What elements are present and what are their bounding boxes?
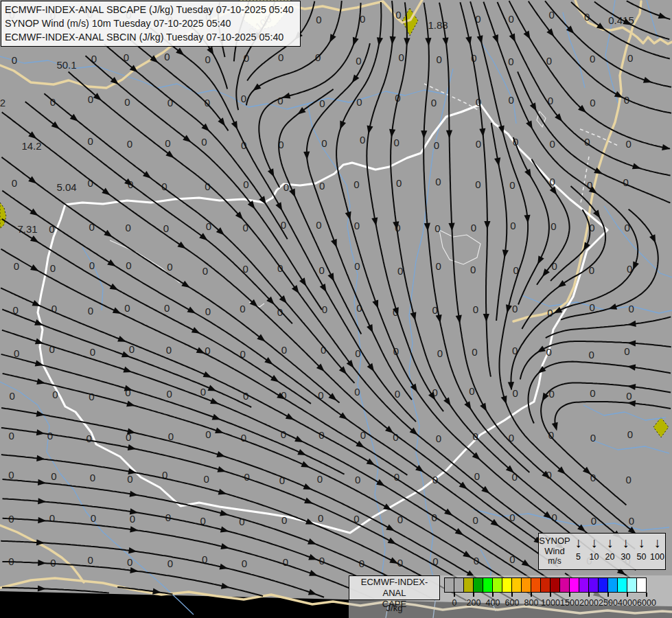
cape-color-cell	[607, 577, 618, 593]
value-label: 0	[52, 389, 58, 400]
value-label: 0	[10, 390, 15, 402]
wind-arrow-icon: ↓	[618, 534, 634, 551]
cape-legend-product: ECMWF-INDEX-ANAL	[349, 577, 439, 599]
wind-speed-value: 50	[634, 552, 649, 562]
value-label: 0	[127, 556, 132, 568]
cape-tick-mark	[511, 593, 513, 597]
value-label: 0	[240, 303, 245, 314]
value-label: 0	[319, 264, 325, 276]
value-label: 0	[167, 558, 173, 569]
synop-scale-item: ↓ 20	[602, 534, 618, 569]
value-label: 0	[244, 471, 249, 483]
wind-speed-value: 5	[570, 552, 586, 562]
value-label: 0	[437, 347, 443, 359]
title-line-synop-wind: SYNOP Wind (m/s) 10m Tuesday 07-10-2025 …	[5, 16, 297, 30]
value-label: 0	[437, 54, 442, 65]
map-canvas: 0000000000000000000000000000000000000000…	[0, 0, 672, 618]
value-label: 0	[205, 306, 211, 317]
value-label: 0	[283, 556, 288, 568]
value-label: 0	[203, 473, 209, 485]
value-label: 0	[90, 472, 95, 483]
value-label: 0	[395, 388, 400, 400]
value-label: 0	[354, 179, 359, 190]
value-label: 0	[316, 14, 321, 25]
cape-color-cell	[636, 577, 647, 593]
value-label: 0	[50, 262, 56, 274]
value-label: 0	[127, 473, 132, 485]
value-label: 50.1	[56, 59, 76, 71]
value-label: 2	[0, 97, 5, 108]
cape-color-cell	[540, 577, 551, 593]
cape-color-cell	[598, 577, 608, 593]
value-label: 0	[549, 138, 555, 150]
cape-tick-label: 1000	[541, 598, 560, 608]
value-label: 0	[393, 137, 399, 148]
value-label: 0	[590, 53, 595, 65]
value-label: 0	[355, 474, 360, 485]
value-label: 0	[629, 515, 634, 527]
cape-color-cell	[473, 577, 483, 593]
cape-color-cell	[617, 577, 627, 593]
cape-color-cell	[492, 577, 502, 593]
value-label: 0	[278, 52, 283, 63]
value-label: 0	[239, 516, 244, 527]
value-label: 0	[627, 428, 633, 440]
synop-legend-scale: ↓ 5 ↓ 10 ↓ 20 ↓ 30 ↓ 50 ↓ 100	[570, 534, 665, 569]
value-label: 0	[472, 514, 478, 526]
value-label: 0	[89, 260, 95, 271]
value-label: 0	[319, 180, 325, 192]
cape-color-cell	[569, 577, 579, 593]
cape-colorbar	[445, 577, 647, 593]
cape-color-cell	[627, 577, 637, 593]
value-label: 0	[436, 260, 441, 272]
cape-colorbar-legend: ECMWF-INDEX-ANAL CAPE J/kg 0200400600800…	[349, 575, 672, 618]
wind-speed-value: 100	[649, 552, 665, 562]
value-label: 0	[89, 391, 94, 402]
value-label: 0	[168, 431, 174, 442]
value-label: 14.2	[21, 140, 41, 152]
synop-scale-item: ↓ 30	[618, 534, 634, 569]
value-label: 0	[625, 474, 631, 485]
cape-tick-mark	[646, 593, 647, 597]
value-label: 0	[88, 93, 93, 105]
value-label: 0	[283, 181, 289, 193]
value-label: 0	[90, 346, 95, 358]
value-label: 0	[126, 260, 131, 271]
value-label: 0	[125, 222, 130, 233]
value-label: 0	[281, 514, 287, 526]
value-label: 0	[356, 96, 362, 108]
value-label: 0	[322, 304, 327, 315]
value-label: 0	[242, 558, 247, 569]
value-label: 0	[47, 430, 53, 442]
synop-legend-caption: SYNOP Wind m/s	[539, 534, 570, 569]
value-label: 0	[473, 304, 478, 315]
value-label: 0	[201, 136, 207, 148]
value-label: 0	[508, 56, 513, 67]
value-label: 0	[318, 512, 323, 524]
cape-tick-label: 800	[524, 598, 539, 608]
cape-tick-label: 6000	[637, 598, 656, 608]
value-label: 0	[360, 134, 365, 146]
cape-tick-label: 200	[467, 598, 481, 608]
value-label: 0	[590, 97, 595, 108]
cape-color-cell	[463, 577, 474, 593]
value-label: 0	[241, 93, 246, 104]
wind-arrow-icon: ↓	[570, 534, 586, 551]
value-label: 0	[124, 96, 130, 108]
title-line-sbcin: ECMWF-INDEX-ANAL SBCIN (J/kg) Tuesday 07…	[5, 30, 297, 44]
value-label: 0	[200, 386, 206, 398]
value-label: 0	[588, 349, 594, 360]
weather-map-screen: 0000000000000000000000000000000000000000…	[0, 0, 672, 618]
cape-tick-mark	[473, 593, 474, 597]
value-label: 0	[356, 55, 361, 67]
cape-tick-mark	[569, 593, 570, 597]
value-label: 0	[8, 430, 14, 442]
cape-color-cell	[483, 577, 493, 593]
cape-tick-mark	[531, 593, 532, 597]
value-label: 0	[86, 433, 92, 444]
value-label: 0	[167, 261, 172, 273]
value-label: 0	[396, 177, 402, 189]
value-label: 0	[241, 432, 246, 444]
cape-colorbar-ticks: 0200400600800100015002000250040006000	[445, 593, 671, 616]
value-label: 0	[316, 219, 321, 231]
